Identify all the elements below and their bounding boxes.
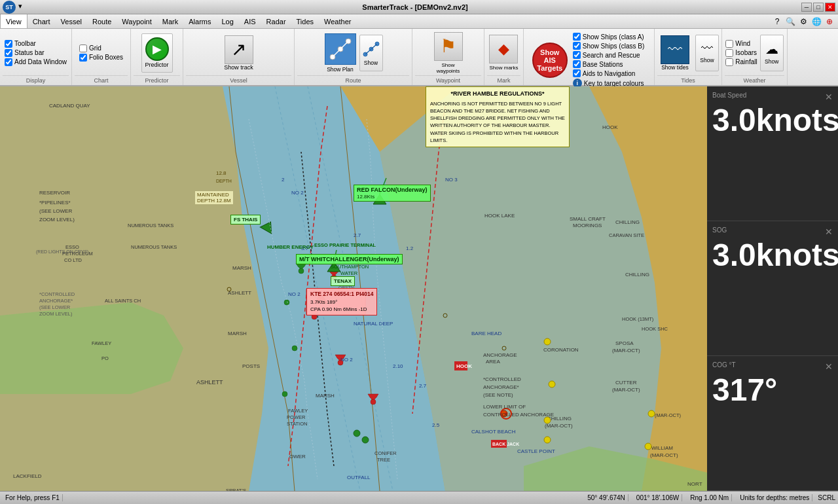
svg-text:POSTS: POSTS — [242, 363, 260, 369]
rainfall-check[interactable]: Rainfall — [725, 58, 757, 66]
folioboxes-check[interactable]: Folio Boxes — [79, 54, 123, 62]
sog-value: 3.0knots — [712, 240, 833, 271]
svg-text:HOOK (13MT): HOOK (13MT) — [622, 316, 654, 322]
coordinates-lat: 50° 49'.674N — [585, 494, 628, 501]
svg-point-28 — [284, 300, 289, 305]
base-stations-checkbox[interactable] — [573, 60, 581, 68]
svg-line-9 — [371, 44, 377, 49]
sog-close[interactable]: ✕ — [825, 226, 833, 237]
ribbon-group-chart: Grid Folio Boxes Chart — [72, 29, 131, 85]
svg-text:BARE HEAD: BARE HEAD — [471, 331, 501, 336]
menu-chart[interactable]: Chart — [27, 14, 56, 28]
svg-text:MARSH: MARSH — [316, 393, 335, 399]
close-btn[interactable]: ✕ — [825, 3, 835, 12]
ribbon-group-predictor: ▶ Predictor Predictor — [131, 29, 183, 85]
lifesaver-icon[interactable]: ⊕ — [824, 16, 835, 27]
tides-icon: 〰 — [661, 35, 689, 64]
kte-vessel-callout[interactable]: KTE 274 06554:1 PI4014 3.7Kts 189° CPA 0… — [306, 288, 377, 315]
isobars-check[interactable]: Isobars — [725, 49, 757, 57]
aids-nav-checkbox[interactable] — [573, 69, 581, 77]
ribbon-group-mark: ◆ Show marks Mark — [484, 29, 524, 85]
statusbar-checkbox[interactable] — [5, 49, 12, 57]
grid-checkbox[interactable] — [79, 45, 87, 52]
tenax-label: TENAX — [331, 276, 355, 286]
menu-tides[interactable]: Tides — [291, 14, 319, 28]
search-icon[interactable]: 🔍 — [784, 16, 796, 27]
menu-weather[interactable]: Weather — [319, 14, 356, 28]
show-waypoints-button[interactable]: ⚑ Show waypoints — [431, 32, 466, 74]
show-marks-button[interactable]: ◆ Show marks — [489, 35, 518, 71]
cog-title: COG °T — [712, 361, 736, 372]
fsthais-label: FS THAIS — [230, 215, 261, 225]
menu-mark[interactable]: Mark — [157, 14, 183, 28]
boat-speed-close[interactable]: ✕ — [825, 92, 833, 102]
weather-show-button[interactable]: ☁ Show — [760, 35, 784, 71]
settings-icon[interactable]: ⚙ — [797, 16, 809, 27]
route-group-label: Route — [297, 75, 409, 84]
isobars-checkbox[interactable] — [725, 49, 733, 57]
tides-show-button[interactable]: 〰 Show — [695, 35, 719, 71]
sar-check[interactable]: Search and Rescue — [573, 51, 644, 59]
folioboxes-checkbox[interactable] — [79, 54, 87, 62]
predictor-button[interactable]: ▶ Predictor — [141, 33, 173, 73]
cog-close[interactable]: ✕ — [825, 361, 833, 372]
ribbon-group-waypoint: ⚑ Show waypoints Waypoint — [412, 29, 484, 85]
menu-view[interactable]: View — [0, 14, 27, 28]
ships-a-check[interactable]: Show Ships (class A) — [573, 33, 644, 41]
scrl-indicator: SCRL — [818, 494, 835, 501]
svg-text:*CONTROLLED: *CONTROLLED — [39, 291, 75, 297]
menu-vessel[interactable]: Vessel — [56, 14, 87, 28]
statusbar-check[interactable]: Status bar — [5, 49, 67, 57]
ships-b-check[interactable]: Show Ships (class B) — [573, 42, 644, 50]
kte-name: KTE 274 06554:1 PI4014 — [310, 291, 373, 298]
ribbon-group-route: Show Plan Show Route — [295, 29, 412, 85]
svg-text:NO 2: NO 2 — [340, 357, 353, 363]
tides-show-label: Show — [700, 57, 714, 63]
restore-btn[interactable]: □ — [813, 3, 824, 12]
adddata-checkbox[interactable] — [5, 58, 12, 66]
right-panels: Boat Speed ✕ 3.0knots SOG ✕ 3.0knots COG… — [707, 86, 838, 491]
show-ais-targets-button[interactable]: Show AISTargets — [532, 43, 568, 78]
system-menu[interactable]: ▾ — [18, 2, 29, 12]
wind-checkbox[interactable] — [725, 40, 733, 48]
aids-nav-check[interactable]: Aids to Navigation — [573, 69, 644, 77]
menu-route[interactable]: Route — [87, 14, 117, 28]
svg-text:LOWER LIMIT OF: LOWER LIMIT OF — [483, 404, 526, 410]
svg-text:(SEE NOTE): (SEE NOTE) — [483, 392, 513, 398]
predictor-label: Predictor — [145, 62, 168, 69]
show-tides-button[interactable]: 〰 Show tides — [657, 35, 693, 71]
minimize-btn[interactable]: ─ — [801, 3, 812, 12]
help-icon[interactable]: ? — [771, 16, 783, 27]
menu-waypoint[interactable]: Waypoint — [117, 14, 156, 28]
menu-ais[interactable]: AIS — [239, 14, 261, 28]
network-icon[interactable]: 🌐 — [811, 16, 822, 27]
svg-text:WILLIAM: WILLIAM — [651, 445, 673, 451]
show-track-button[interactable]: ↗ Show track — [223, 35, 255, 71]
svg-text:(MAR-OCT): (MAR-OCT) — [612, 387, 640, 393]
menu-alarms[interactable]: Alarms — [183, 14, 216, 28]
base-stations-check[interactable]: Base Stations — [573, 60, 644, 68]
route-show-button[interactable]: Show — [359, 35, 383, 71]
svg-point-130 — [645, 443, 651, 450]
menu-radar[interactable]: Radar — [261, 14, 291, 28]
folioboxes-label: Folio Boxes — [89, 54, 123, 61]
ais-checkboxes: Show Ships (class A) Show Ships (class B… — [572, 30, 646, 90]
wind-check[interactable]: Wind — [725, 40, 757, 48]
toolbar-checkbox[interactable] — [5, 40, 12, 48]
rainfall-checkbox[interactable] — [725, 58, 733, 66]
show-plan-button[interactable]: Show Plan — [324, 33, 357, 73]
svg-text:SPOSA: SPOSA — [615, 340, 634, 346]
map-container[interactable]: 2 NO 2 NO 3 2.7 3.7 1.2 NO 2 NATURAL DEE… — [0, 86, 707, 491]
adddata-label: Add Data Window — [14, 58, 67, 65]
ships-a-checkbox[interactable] — [573, 33, 581, 41]
svg-text:CADLAND QUAY: CADLAND QUAY — [49, 103, 90, 109]
menu-log[interactable]: Log — [216, 14, 238, 28]
svg-text:MARSH: MARSH — [232, 265, 251, 271]
svg-text:OUTFALL: OUTFALL — [347, 475, 371, 480]
toolbar-check[interactable]: Toolbar — [5, 40, 67, 48]
grid-check[interactable]: Grid — [79, 45, 123, 52]
adddata-check[interactable]: Add Data Window — [5, 58, 67, 66]
sar-checkbox[interactable] — [573, 51, 581, 59]
ships-b-checkbox[interactable] — [573, 42, 581, 50]
ribbon-group-ais: Show AISTargets Show Ships (class A) Sho… — [524, 29, 655, 85]
